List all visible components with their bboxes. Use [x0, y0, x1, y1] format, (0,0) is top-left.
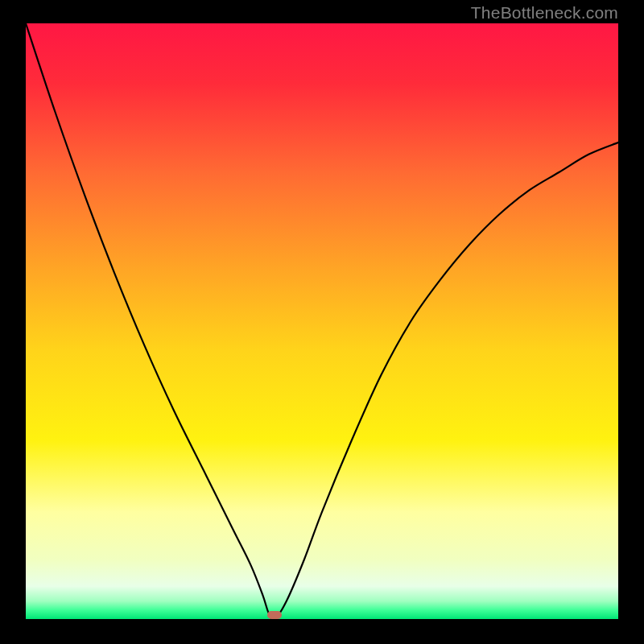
curve-layer [26, 23, 618, 619]
minimum-marker [267, 611, 282, 619]
chart-frame: TheBottleneck.com [0, 0, 644, 644]
plot-area [26, 23, 618, 619]
bottleneck-curve [26, 23, 618, 619]
watermark-text: TheBottleneck.com [471, 3, 618, 23]
